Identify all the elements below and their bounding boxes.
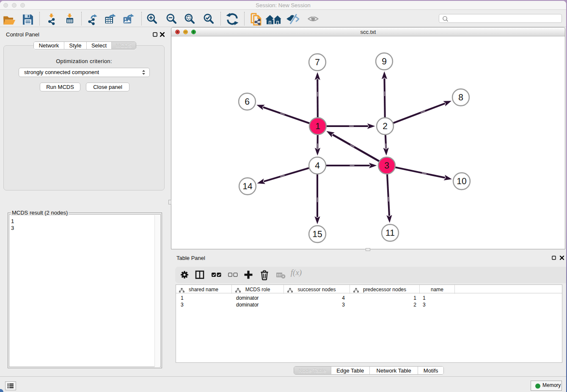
svg-text:9: 9 [382,57,387,66]
svg-text:4: 4 [315,161,320,171]
svg-text:3: 3 [384,161,389,171]
svg-text:1: 1 [315,121,320,131]
svg-text:10: 10 [457,177,466,186]
svg-text:2: 2 [383,121,388,131]
svg-text:7: 7 [315,58,320,67]
svg-text:8: 8 [458,93,463,102]
svg-text:11: 11 [385,228,395,238]
svg-text:14: 14 [242,182,253,191]
svg-text:6: 6 [245,97,250,107]
svg-text:15: 15 [312,229,322,239]
